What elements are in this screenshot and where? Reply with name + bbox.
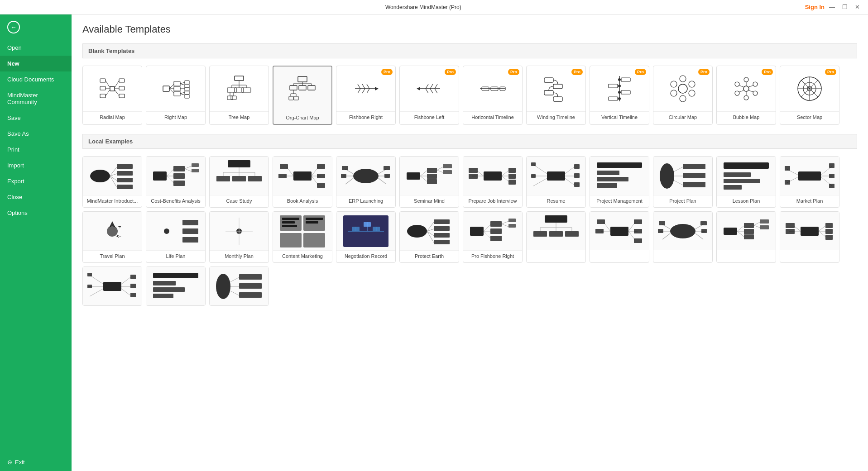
local-template-ex26[interactable] [146, 266, 206, 306]
sidebar-item-new[interactable]: New [0, 56, 72, 71]
template-label: Org-Chart Map [273, 112, 331, 124]
svg-rect-338 [130, 293, 136, 297]
exit-button[interactable]: ⊖ Exit [0, 453, 72, 471]
svg-rect-41 [227, 96, 233, 100]
template-thumbnail [463, 157, 522, 195]
sidebar-item-open[interactable]: Open [0, 40, 72, 56]
blank-template-orgchart[interactable]: Org-Chart Map [273, 66, 332, 125]
local-template-travel-plan[interactable]: Travel Plan [82, 211, 142, 263]
svg-rect-218 [798, 171, 821, 181]
svg-rect-298 [634, 238, 642, 243]
template-label: Book Analysis [273, 195, 332, 207]
template-label: Negotiation Record [336, 250, 395, 262]
local-template-ex22[interactable] [653, 211, 713, 263]
close-button[interactable]: ✕ [852, 4, 863, 10]
local-template-protect-earth[interactable]: Protect Earth [399, 211, 459, 263]
svg-line-269 [484, 224, 490, 231]
sidebar-item-community[interactable]: MindMaster Community [0, 87, 72, 110]
svg-rect-19 [174, 91, 180, 96]
blank-template-radial[interactable]: Radial Map [82, 66, 142, 125]
svg-line-71 [435, 89, 437, 93]
local-template-prepare-job[interactable]: Prepare Job Interview [463, 156, 523, 208]
local-template-market-plan[interactable]: Market Plan [780, 156, 839, 208]
local-template-negotiation-record[interactable]: Negotiation Record [336, 211, 396, 263]
local-template-book-analysis[interactable]: Book Analysis [273, 156, 332, 208]
svg-line-181 [502, 171, 508, 176]
template-thumbnail [590, 212, 649, 250]
template-thumbnail [210, 212, 269, 250]
local-template-ex19[interactable]: Pro Fishbone Right [463, 211, 523, 263]
local-template-seminar-mind[interactable]: Seminar Mind [399, 156, 459, 208]
sidebar-item-options[interactable]: Options [0, 205, 72, 221]
svg-rect-81 [553, 97, 562, 101]
blank-template-fishbone-left[interactable]: ProFishbone Left [399, 66, 459, 125]
svg-line-122 [110, 176, 117, 187]
svg-rect-249 [280, 233, 302, 247]
svg-line-194 [565, 178, 574, 185]
svg-rect-25 [185, 81, 189, 84]
local-template-life-plan[interactable]: Life Plan [146, 211, 206, 263]
svg-rect-265 [434, 226, 450, 231]
local-template-ex23[interactable] [716, 211, 776, 263]
sidebar-item-print[interactable]: Print [0, 142, 72, 157]
template-thumbnail [83, 157, 142, 195]
svg-point-94 [689, 90, 695, 96]
blank-template-bubble[interactable]: ProBubble Map [716, 66, 776, 125]
svg-point-96 [671, 90, 677, 96]
svg-rect-86 [609, 97, 618, 100]
sidebar-item-import[interactable]: Import [0, 157, 72, 173]
pro-badge: Pro [445, 69, 456, 75]
sidebar-item-save-as[interactable]: Save As [0, 126, 72, 142]
local-template-content-marketing[interactable]: Content Marketing [273, 211, 332, 263]
svg-rect-78 [544, 78, 553, 82]
svg-rect-353 [239, 283, 262, 289]
local-template-case-study[interactable]: Case Study [209, 156, 269, 208]
exit-label: Exit [15, 459, 25, 466]
local-template-ex25[interactable] [82, 266, 142, 306]
svg-line-335 [121, 289, 130, 295]
local-template-cost-benefits[interactable]: Cost-Benefits Analysis [146, 156, 206, 208]
sidebar-item-cloud[interactable]: Cloud Documents [0, 71, 72, 87]
blank-template-vertical[interactable]: ProVertical Timeline [590, 66, 649, 125]
svg-rect-45 [299, 86, 306, 90]
blank-template-h-timeline[interactable]: ProHorizontal Timeline [463, 66, 523, 125]
sidebar-item-export[interactable]: Export [0, 173, 72, 189]
svg-rect-224 [785, 166, 790, 171]
local-template-ex20[interactable] [526, 211, 586, 263]
local-template-lesson-plan[interactable]: Lesson Plan [716, 156, 776, 208]
blank-template-circular[interactable]: ProCircular Map [653, 66, 713, 125]
blank-template-right[interactable]: Right Map [146, 66, 206, 125]
pro-badge: Pro [571, 69, 583, 75]
svg-point-107 [735, 91, 739, 95]
svg-line-73 [426, 89, 428, 93]
local-template-project-plan[interactable]: Project Plan [653, 156, 713, 208]
template-icon [210, 66, 269, 111]
svg-line-271 [484, 231, 490, 238]
sidebar-item-close[interactable]: Close [0, 189, 72, 205]
blank-template-tree[interactable]: Tree Map [209, 66, 269, 125]
minimize-button[interactable]: — [826, 4, 838, 10]
template-thumbnail [653, 212, 712, 250]
template-thumbnail [400, 212, 459, 250]
local-template-ex27[interactable] [209, 266, 269, 306]
local-template-erp-launching[interactable]: ERP Launching [336, 156, 396, 208]
local-template-mindmaster-intro[interactable]: MindMaster Introduct... [82, 156, 142, 208]
sidebar-item-save[interactable]: Save [0, 110, 72, 126]
svg-line-163 [379, 178, 386, 184]
back-button[interactable]: ← [0, 14, 72, 40]
svg-rect-354 [239, 292, 262, 298]
sign-in-button[interactable]: Sign In [805, 4, 825, 10]
local-template-resume[interactable]: Resume [526, 156, 586, 208]
local-template-monthly-plan[interactable]: Monthly Plan [209, 211, 269, 263]
svg-rect-184 [508, 168, 516, 173]
svg-line-305 [662, 233, 670, 239]
title-bar: Wondershare MindMaster (Pro) Sign In — ❐… [0, 0, 868, 14]
local-template-ex24[interactable] [780, 211, 839, 263]
local-template-ex21[interactable] [590, 211, 649, 263]
blank-template-winding[interactable]: ProWinding Timeline [526, 66, 586, 125]
blank-template-fishbone-right[interactable]: ProFishbone Right [336, 66, 396, 125]
blank-template-sector[interactable]: ProSector Map [780, 66, 839, 125]
local-template-project-management[interactable]: Project Management [590, 156, 649, 208]
svg-rect-197 [574, 182, 580, 187]
maximize-button[interactable]: ❐ [839, 4, 850, 10]
